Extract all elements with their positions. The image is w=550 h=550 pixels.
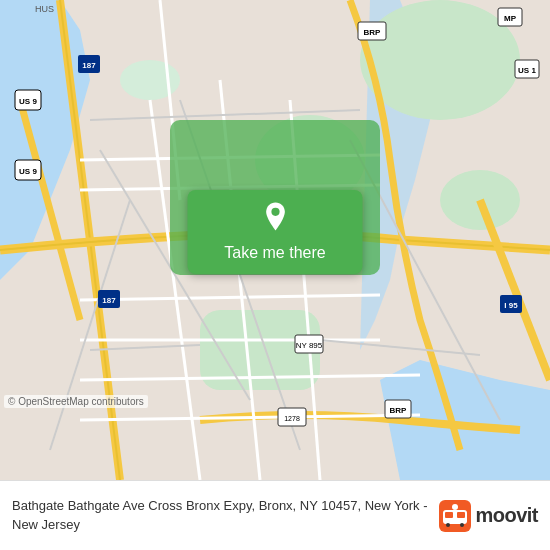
svg-text:1278: 1278 [284, 415, 300, 422]
svg-text:NY 895: NY 895 [296, 341, 323, 350]
map-container: US 9 US 9 187 187 I 95 BRP NY 895 BRP 12… [0, 0, 550, 480]
attribution-text: © OpenStreetMap contributors [8, 396, 144, 407]
svg-point-57 [460, 523, 464, 527]
moovit-logo-icon [439, 500, 471, 532]
svg-text:BRP: BRP [390, 406, 408, 415]
svg-point-56 [446, 523, 450, 527]
svg-text:US 9: US 9 [19, 97, 37, 106]
svg-text:187: 187 [82, 61, 96, 70]
bottom-bar: Bathgate Bathgate Ave Cross Bronx Expy, … [0, 480, 550, 550]
svg-text:US 1: US 1 [518, 66, 536, 75]
svg-point-51 [271, 208, 279, 216]
take-me-there-button[interactable]: Take me there [188, 190, 363, 274]
svg-text:187: 187 [102, 296, 116, 305]
moovit-logo: moovit [439, 500, 538, 532]
svg-text:BRP: BRP [364, 28, 382, 37]
svg-rect-54 [445, 512, 453, 518]
svg-text:I 95: I 95 [504, 301, 518, 310]
svg-point-4 [120, 60, 180, 100]
svg-text:MP: MP [504, 14, 517, 23]
location-pin-icon [261, 202, 289, 238]
map-attribution: © OpenStreetMap contributors [4, 395, 148, 408]
take-me-there-label: Take me there [224, 244, 325, 262]
svg-point-58 [452, 504, 458, 510]
svg-text:HUS: HUS [35, 4, 54, 14]
svg-point-1 [360, 0, 520, 120]
address-text: Bathgate Bathgate Ave Cross Bronx Expy, … [12, 497, 429, 533]
moovit-logo-text: moovit [475, 504, 538, 527]
svg-text:US 9: US 9 [19, 167, 37, 176]
svg-rect-55 [457, 512, 465, 518]
